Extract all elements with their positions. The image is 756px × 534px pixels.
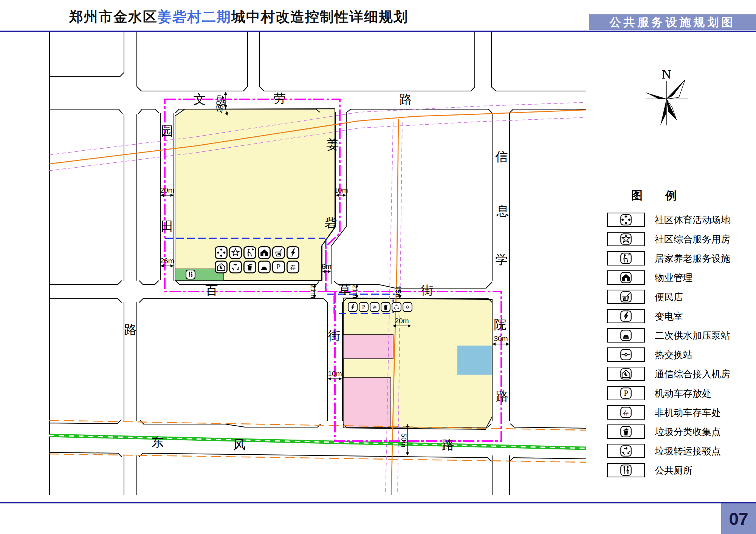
road-name-label: 路 (442, 438, 454, 452)
sheet-title-bar: 公共服务设施规划图 (589, 14, 756, 30)
road-name-label: 院 (494, 317, 507, 331)
north-compass: N (646, 67, 688, 125)
compass-north-label: N (662, 67, 671, 81)
dimension-label: 6m (322, 262, 332, 270)
legend-item: 垃圾转运接驳点 (607, 444, 756, 458)
road-name-label: 姜 (327, 137, 339, 151)
legend-symbol-box (607, 270, 645, 285)
legend-item: 垃圾分类收集点 (607, 424, 756, 439)
legend-item-label: 非机动车存车处 (655, 406, 721, 419)
dimension-label: 15m (394, 286, 402, 300)
title-prefix: 郑州市金水区 (69, 9, 158, 25)
legend-symbol-box (607, 347, 645, 362)
legend-item: P机动车存放处 (607, 386, 756, 400)
legend-item-label: 居家养老服务设施 (655, 252, 730, 265)
road-name-label: 草 (339, 282, 351, 296)
road-name-label: 路 (124, 323, 137, 336)
road-name-label: 东 (152, 435, 164, 449)
motor-parking-icon: P (620, 387, 632, 399)
legend-symbol-box: P (607, 386, 645, 400)
title-highlight: 姜砦村二期 (158, 9, 231, 25)
legend-symbol-box (607, 290, 645, 304)
waste-transfer-icon (229, 261, 241, 273)
arterial-green-centerdash (49, 435, 586, 448)
legend-item: 通信综合接入机房 (607, 367, 756, 381)
elderly-care-icon (244, 247, 256, 258)
road-name-label: 息 (496, 204, 509, 218)
legend-symbol-box (607, 213, 645, 227)
dimension-label: 20m (160, 186, 174, 194)
blue-parcel (457, 346, 492, 375)
heat-exchange-icon (620, 349, 632, 360)
legend-symbol-box (607, 367, 645, 381)
heat-exchange-icon (403, 302, 412, 312)
legend-item: 存非机动车存车处 (607, 405, 756, 420)
water-pump-icon (620, 330, 632, 341)
dimension-label: 26m (160, 257, 174, 265)
dimension-label: 21m (351, 284, 359, 298)
svg-text:存: 存 (290, 264, 296, 270)
star-icon (229, 247, 241, 258)
legend-item-label: 垃圾分类收集点 (655, 426, 721, 438)
legend-item-label: 机动车存放处 (655, 387, 711, 400)
public-toilet-icon (620, 465, 632, 476)
legend-item-label: 社区综合服务用房 (655, 233, 730, 245)
road-name-label: 路 (400, 92, 412, 106)
road-name-label: 路 (496, 389, 508, 403)
legend-item: 热交换站 (607, 347, 756, 362)
bicycle-parking-icon: 存 (620, 407, 632, 418)
road-name-label: 砦 (325, 216, 337, 230)
bicycle-parking-icon: 存 (370, 302, 379, 312)
pink-parcel-lower (343, 378, 391, 428)
legend-item: 物业管理 (607, 270, 756, 285)
legend-item-label: 公共厕所 (655, 464, 692, 477)
substation-icon (348, 302, 357, 312)
waste-transfer-icon (392, 302, 401, 312)
road-name-label: 风 (233, 438, 246, 452)
legend-items: 社区体育活动场地社区综合服务用房居家养老服务设施物业管理便民店变电室二次供水加压… (607, 213, 756, 477)
waste-collection-icon (381, 302, 390, 312)
legend-symbol-box (607, 251, 645, 265)
legend-item-label: 便民店 (655, 291, 683, 303)
legend-item-label: 通信综合接入机房 (655, 368, 730, 380)
telecom-room-icon (215, 261, 227, 273)
legend-title: 图 例 (631, 188, 756, 204)
substation-icon (287, 247, 299, 258)
motor-parking-icon: P (359, 302, 368, 312)
dimension-label: 10m (334, 186, 348, 194)
substation-icon (620, 310, 632, 322)
road-name-label: 田 (161, 219, 174, 233)
road-name-label: 街 (421, 283, 434, 297)
legend-symbol-box (607, 232, 645, 246)
star-icon (620, 233, 632, 245)
orange-dashed-upper (49, 420, 586, 430)
legend-item-label: 社区体育活动场地 (655, 214, 730, 226)
dimension-label: 21m (309, 284, 317, 298)
legend-item-label: 热交换站 (655, 349, 692, 361)
bicycle-parking-icon: 存 (287, 261, 299, 273)
page-title: 郑州市金水区姜砦村二期城中村改造控制性详细规划 (69, 8, 408, 26)
road-name-label: 街 (328, 329, 341, 343)
legend-item: 二次供水加压泵站 (607, 328, 756, 343)
legend-item: 社区体育活动场地 (607, 213, 756, 227)
page-number: 07 (721, 503, 756, 534)
legend-item-label: 变电室 (655, 310, 683, 323)
svg-text:P: P (277, 263, 280, 271)
road-name-label: 劳 (274, 91, 286, 105)
road-name-label: 学 (496, 253, 508, 267)
legend-symbol-box (607, 328, 645, 343)
property-mgmt-icon (620, 272, 632, 283)
legend-item: 公共厕所 (607, 463, 756, 477)
dimension-label: 10m (328, 370, 342, 378)
waste-collection-icon (244, 261, 256, 273)
legend: 图 例 社区体育活动场地社区综合服务用房居家养老服务设施物业管理便民店变电室二次… (607, 188, 756, 482)
svg-text:P: P (624, 389, 628, 397)
legend-symbol-box: 存 (607, 405, 645, 420)
legend-symbol-box (607, 424, 645, 439)
legend-item: 居家养老服务设施 (607, 251, 756, 265)
public-toilet-icon (186, 270, 195, 279)
road-name-label: 百 (206, 283, 218, 297)
motor-parking-icon: P (273, 261, 284, 273)
road-name-label: 园 (161, 124, 174, 138)
convenience-store-icon (273, 247, 284, 258)
